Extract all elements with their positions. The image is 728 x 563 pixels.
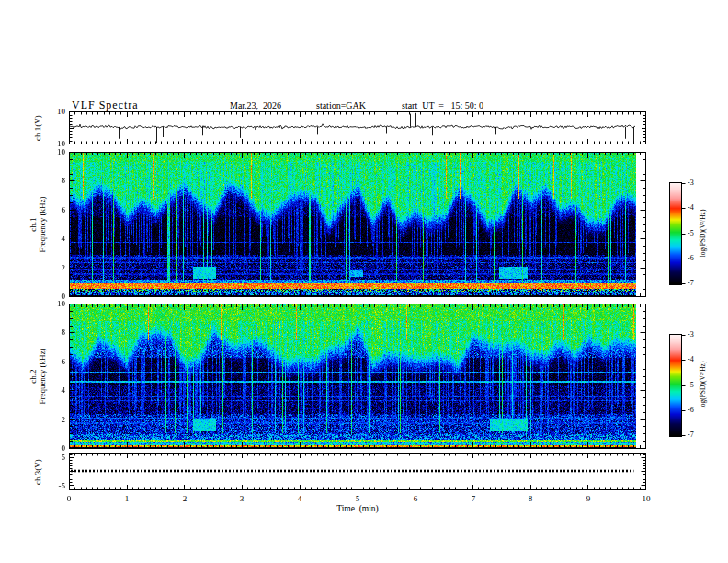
tick-label: 7 — [463, 494, 483, 503]
ch1-spectrogram-panel — [69, 152, 646, 297]
tick-label: 10 — [37, 107, 65, 116]
tick-label: 10 — [37, 147, 65, 156]
tick-label: 0 — [59, 494, 79, 503]
title-date: Mar.23, 2026 — [230, 100, 281, 110]
ch2-spectrogram-panel — [69, 304, 646, 449]
tick-label: 1 — [117, 494, 137, 503]
ch2-colorbar — [669, 334, 687, 437]
title-station: station=GAK — [316, 100, 366, 110]
tick-label: 2 — [175, 494, 195, 503]
tick-label: 8 — [37, 327, 65, 337]
ch3-waveform-panel — [69, 453, 646, 490]
tick-label: 5 — [347, 494, 368, 503]
title-start-ut: start UT = 15: 50: 0 — [402, 100, 483, 110]
tick-label: 9 — [578, 494, 598, 503]
tick-label: 0 — [37, 443, 65, 453]
tick-label: 4 — [37, 234, 65, 243]
tick-label: 4 — [37, 385, 65, 395]
tick-label: -5 — [37, 481, 65, 490]
tick-label: 5 — [37, 453, 65, 462]
tick-label: 6 — [37, 357, 65, 366]
tick-label: 10 — [636, 494, 656, 503]
tick-label: 6 — [405, 494, 426, 503]
vlf-spectra-figure: VLF Spectra Mar.23, 2026 station=GAK sta… — [0, 0, 728, 563]
tick-label: 6 — [37, 205, 65, 214]
tick-label: 4 — [290, 494, 310, 503]
tick-label: 3 — [232, 494, 252, 503]
time-axis-label: Time (min) — [321, 504, 394, 513]
ch1-colorbar — [669, 182, 687, 285]
ch1-freq-axis-label: ch.1 Frequency (kHz) — [26, 152, 50, 297]
page-title: VLF Spectra — [72, 98, 139, 112]
colorbar-axis-label: log(PSD)(V²/Hz) — [697, 182, 710, 283]
tick-label: 8 — [520, 494, 540, 503]
tick-label: 8 — [37, 176, 65, 185]
tick-label: 2 — [37, 415, 65, 424]
tick-label: 2 — [37, 263, 65, 272]
ch2-freq-axis-label: ch.2 Frequency (kHz) — [26, 304, 50, 449]
ch1-waveform-panel — [69, 111, 646, 144]
tick-label: 10 — [37, 299, 65, 308]
colorbar-axis-label: log(PSD)(V²/Hz) — [697, 334, 710, 435]
